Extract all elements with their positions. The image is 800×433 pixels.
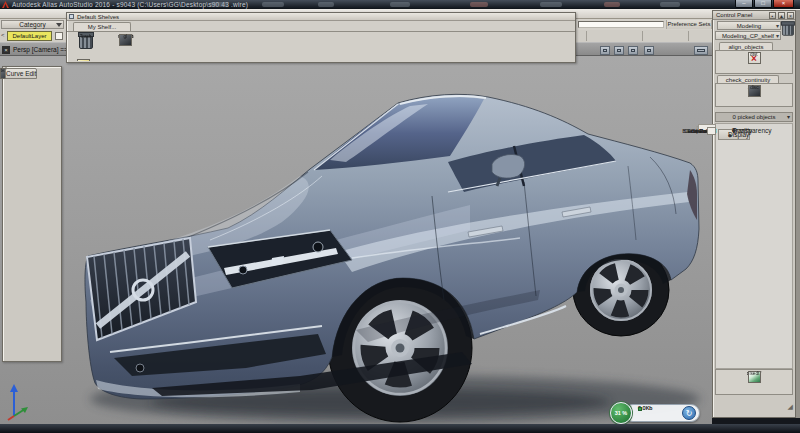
shelf-tool-icon: [77, 59, 90, 61]
world-axis-icon: [4, 382, 34, 422]
category-dropdown[interactable]: Category: [1, 20, 64, 29]
bottom-dark-strip: [0, 424, 800, 433]
diamond-icon: ◆: [732, 127, 736, 133]
default-shelves-window[interactable]: Default Shelves My Shelf... Trash cv crv…: [66, 12, 576, 63]
titlebar-ghost: [318, 2, 334, 7]
layer-visibility-checkbox[interactable]: [55, 32, 63, 40]
control-panel-window[interactable]: Control Panel ▪ ▲ × Modeling Modeling_CP…: [712, 10, 796, 418]
viewport-extra-icon[interactable]: [694, 46, 708, 55]
titlebar-ghost: [262, 2, 284, 7]
titlebar-ghost: [540, 2, 562, 7]
autodesk-logo-icon: [2, 1, 9, 8]
status-square-icon: [638, 407, 642, 411]
picked-objects-dropdown[interactable]: 0 picked objects: [715, 112, 793, 122]
titlebar-ghost: [660, 2, 680, 7]
viewport-close-icon[interactable]: ×: [2, 46, 10, 54]
maximize-button[interactable]: □: [754, 0, 772, 8]
sync-icon[interactable]: ↻: [682, 406, 696, 420]
modeling-dropdown[interactable]: Modeling: [717, 21, 781, 30]
memory-hud[interactable]: 31 % 0.0Kb 0.0Kb ↻: [610, 402, 706, 424]
quality-section[interactable]: ◆ Quality: [716, 124, 752, 136]
palette-section-curve-edit[interactable]: Curve Edit: [5, 68, 37, 79]
cp-bottom-tools: xfrmcv xfrmsrf curva isedt: [715, 369, 793, 395]
hud-percent-badge: 31 %: [610, 402, 632, 424]
alias-autostudio-window: × Persp [Camera] == Preference Sets Cate…: [0, 0, 800, 433]
cp-shelf-dropdown[interactable]: Modeling_CP_shelf: [715, 31, 781, 40]
hud-stat-row: 0.0Kb: [638, 406, 652, 411]
layer-scroll-left[interactable]: <: [1, 32, 5, 38]
viewport-title: Persp [Camera] ==: [13, 46, 68, 53]
cp-trash-icon[interactable]: [782, 23, 794, 36]
titlebar-ghost: [210, 2, 228, 7]
resize-grip-icon[interactable]: ◢: [788, 403, 793, 411]
window-titlebar[interactable]: Autodesk Alias AutoStudio 2016 - s9043 (…: [0, 0, 800, 9]
checkbox[interactable]: [707, 127, 716, 135]
prompt-line-input[interactable]: [578, 21, 664, 28]
align-objects-tools: algn algn algn dtst: [715, 50, 793, 74]
divider: [586, 31, 587, 41]
shelf-body: Trash cv crv ep crv dupl xfrm: [68, 32, 574, 61]
chevron-down-icon: [56, 23, 62, 27]
preference-sets-button[interactable]: Preference Sets: [666, 20, 712, 29]
palette-window[interactable]: Palette Pick Transform Paint pencil ink: [2, 66, 62, 362]
viewport-maximize-icon[interactable]: [614, 46, 624, 55]
control-panel-body: Degree Spans ◆ Display Deviation: [715, 123, 793, 369]
titlebar-ghost: [390, 2, 410, 7]
divider: [688, 31, 689, 41]
default-layer-chip[interactable]: DefaultLayer: [7, 31, 52, 41]
titlebar-ghost: [604, 2, 620, 7]
divider: [642, 31, 643, 41]
window-icon: [69, 14, 74, 19]
minimize-button[interactable]: –: [735, 0, 753, 8]
close-button[interactable]: ×: [773, 0, 794, 8]
viewport-options-icon[interactable]: [644, 46, 654, 55]
shelf-window-titlebar[interactable]: Default Shelves: [67, 13, 575, 21]
titlebar-ghost: [470, 2, 488, 7]
viewport-minimize-icon[interactable]: [600, 46, 610, 55]
check-continuity-tools: srfcon srfcon srfcon disc: [715, 83, 793, 107]
panel-collapse-icon[interactable]: ▲: [778, 12, 785, 19]
panel-close-icon[interactable]: ×: [787, 12, 794, 19]
perspective-viewport[interactable]: [0, 56, 712, 425]
panel-dock-icon[interactable]: ▪: [769, 12, 776, 19]
viewport-layout-icon[interactable]: [628, 46, 638, 55]
right-edge-strip: [796, 10, 800, 418]
control-panel-titlebar[interactable]: Control Panel ▪ ▲ ×: [713, 11, 795, 20]
